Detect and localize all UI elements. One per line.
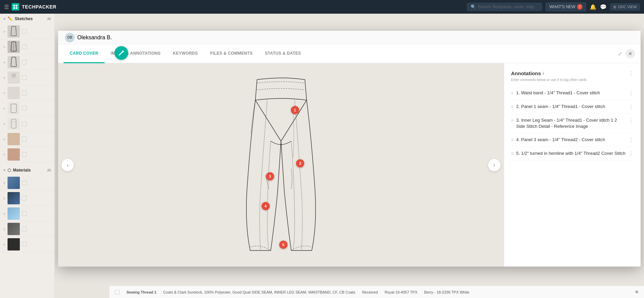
material-thumbnail-2 [8,192,20,204]
top-bar-right: 🔍 Search Techpacks, cards, help... WHAT'… [467,2,640,11]
drag-handle-icon: ≡ [511,104,513,109]
material-checkbox-1[interactable] [22,180,27,185]
sketch-checkbox-9[interactable] [22,152,27,157]
annotation-dot-5[interactable]: 5 [279,241,287,249]
odc-view-button[interactable]: ⊞ ODC VIEW [610,3,640,11]
drag-handle-icon: ≡ [511,118,513,123]
whats-new-button[interactable]: WHAT'S NEW 7 [546,2,586,11]
material-checkbox-3[interactable] [22,211,27,216]
settings-icon[interactable]: ⚙ [635,290,639,294]
sketch-item-6[interactable]: ≡ [0,101,54,116]
svg-rect-2 [13,7,15,9]
sketch-item-9[interactable]: ≡ [0,147,54,162]
sketch-item-2[interactable]: ≡ [0,39,54,55]
materials-label: Materials [13,168,31,173]
sketch-checkbox-7[interactable] [22,121,27,126]
status-checkbox[interactable] [115,290,120,295]
materials-section-header[interactable]: ▾ ⬡ Materials All [0,165,54,175]
top-nav-bar: ☰ TECHPACKER 🔍 Search Techpacks, cards, … [0,0,644,14]
sketch-thumbnail-4 [8,71,20,84]
sketches-collapse-icon: ▾ [3,16,5,21]
tab-image-annotations[interactable]: IMAGE & ANNOTATIONS [105,44,167,63]
annotation-dot-1[interactable]: 1 [291,106,299,114]
material-thumbnail-5 [8,238,20,250]
material-item-3[interactable]: ≡ [0,206,54,221]
sketch-item-7[interactable]: ≡ [0,116,54,132]
sketch-thumbnail-7 [8,118,20,130]
next-nav-arrow[interactable]: › [488,159,500,171]
tab-files-comments[interactable]: FILES & COMMENTS [204,44,259,63]
status-bar: Sewing Thread 1 Coats & Clark Surelock, … [109,286,644,298]
material-checkbox-5[interactable] [22,242,27,247]
prev-nav-arrow[interactable]: ‹ [62,159,74,171]
annotation-5-menu[interactable]: ⋮ [628,150,634,157]
annotation-item-3: ≡ 3. Inner Leg Seam - 1/4" Thread1 - Cov… [511,114,634,133]
sketch-checkbox-2[interactable] [22,44,27,49]
drag-icon: ≡ [3,76,5,80]
sketch-checkbox-6[interactable] [22,106,27,111]
material-thumbnail-1 [8,177,20,189]
annotation-item-4: ≡ 4. Panel 3 seam - 1/4" Thread2 - Cover… [511,133,634,147]
left-sidebar: ▾ ✏️ Sketches All ≡ ≡ ≡ [0,14,55,298]
top-bar-left: ☰ TECHPACKER [4,3,56,11]
svg-rect-1 [16,5,17,6]
search-bar[interactable]: 🔍 Search Techpacks, cards, help... [467,3,542,11]
tab-card-cover[interactable]: CARD COVER [64,44,105,63]
drag-handle-icon: ≡ [511,137,513,142]
status-received: Received [362,290,378,294]
cube-icon: ⬡ [8,168,11,173]
sketch-checkbox-1[interactable] [22,29,27,34]
bell-icon[interactable]: 🔔 [590,4,596,10]
status-color-2: Berry - 18-2336 TPX White [424,290,469,294]
modal-close-button[interactable]: ✕ [626,49,635,58]
modal-body: ‹ › [58,63,641,267]
expand-icon[interactable]: ⤢ [618,51,622,57]
main-layout: ▾ ✏️ Sketches All ≡ ≡ ≡ [0,14,644,298]
search-placeholder: Search Techpacks, cards, help... [478,4,537,9]
material-checkbox-2[interactable] [22,196,27,201]
sketch-item-1[interactable]: ≡ [0,24,54,39]
drag-handle-icon: ≡ [511,151,513,156]
material-item-5[interactable]: ≡ [0,237,54,252]
sketch-item-4[interactable]: ≡ [0,70,54,85]
sketch-item-5[interactable]: ≡ [0,85,54,101]
drag-icon: ≡ [3,243,5,246]
annotation-2-menu[interactable]: ⋮ [628,104,634,110]
annotations-help-icon[interactable]: ℹ [542,71,544,76]
sketch-checkbox-5[interactable] [22,91,27,95]
annotation-4-menu[interactable]: ⋮ [628,137,634,143]
annotation-3-menu[interactable]: ⋮ [628,117,634,124]
edit-fab-button[interactable] [115,46,128,60]
annotation-text-4: 4. Panel 3 seam - 1/4" Thread2 - Cover s… [516,137,626,143]
sketch-checkbox-3[interactable] [22,60,27,65]
sketch-item-8[interactable]: ≡ [0,132,54,147]
annotation-dot-4[interactable]: 4 [261,202,270,210]
annotation-text-5: 5. 1/2" turned in hemline with 1/4" Thre… [516,150,626,157]
content-area: OB Oleksandra B. CARD COVER IMAGE & ANNO… [55,14,644,298]
user-name: Oleksandra B. [77,35,112,41]
drag-icon: ≡ [3,181,5,185]
annotation-1-menu[interactable]: ⋮ [628,90,634,96]
material-item-2[interactable]: ≡ [0,191,54,206]
sketch-checkbox-4[interactable] [22,75,27,80]
sketch-thumbnail-5 [8,87,20,99]
sketch-checkbox-8[interactable] [22,137,27,141]
status-color-1: Royal 19-4057 TPX [385,290,417,294]
annotation-item-1: ≡ 1. Waist band - 1/4" Thread1 - Cover s… [511,86,634,100]
brand-name: TECHPACKER [22,4,56,10]
sketch-item-3[interactable]: ≡ [0,55,54,70]
chat-icon[interactable]: 💬 [600,4,607,10]
sketches-section-header[interactable]: ▾ ✏️ Sketches All [0,14,54,24]
material-item-4[interactable]: ≡ [0,221,54,237]
annotation-dot-3[interactable]: 3 [266,172,274,180]
annotation-item-5: ≡ 5. 1/2" turned in hemline with 1/4" Th… [511,147,634,161]
tab-status-dates[interactable]: STATUS & DATES [259,44,307,63]
user-avatar: OB [65,33,75,42]
annotation-text-1: 1. Waist band - 1/4" Thread1 - Cover sti… [516,90,626,96]
annotations-options-menu[interactable]: ⋮ [628,70,634,77]
material-checkbox-4[interactable] [22,227,27,231]
material-item-1[interactable]: ≡ [0,175,54,191]
hamburger-icon[interactable]: ☰ [4,4,9,10]
drag-icon: ≡ [3,30,5,33]
tab-keywords[interactable]: KEYWORDS [167,44,204,63]
